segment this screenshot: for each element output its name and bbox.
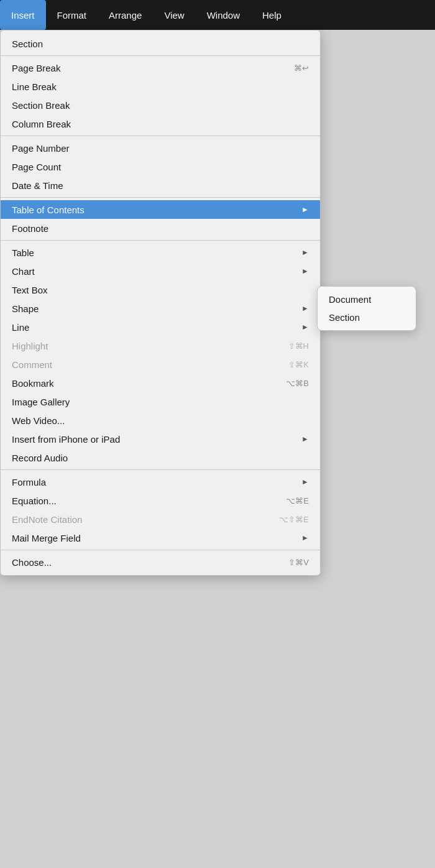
menu-item-record-audio[interactable]: Record Audio bbox=[1, 448, 320, 467]
menu-item-page-break[interactable]: Page Break ⌘↩ bbox=[1, 58, 320, 77]
separator-3 bbox=[1, 197, 320, 198]
separator-1 bbox=[1, 55, 320, 56]
menu-item-column-break[interactable]: Column Break bbox=[1, 114, 320, 133]
chevron-right-icon: ► bbox=[301, 323, 309, 331]
menu-item-shape[interactable]: Shape ► bbox=[1, 299, 320, 318]
menu-item-chart[interactable]: Chart ► bbox=[1, 262, 320, 280]
menu-item-image-gallery[interactable]: Image Gallery bbox=[1, 392, 320, 411]
separator-5 bbox=[1, 469, 320, 470]
menu-item-equation[interactable]: Equation... ⌥⌘E bbox=[1, 491, 320, 510]
menu-item-formula[interactable]: Formula ► bbox=[1, 473, 320, 491]
table-of-contents-submenu: Document Section bbox=[317, 286, 416, 331]
menu-item-footnote[interactable]: Footnote bbox=[1, 219, 320, 238]
menu-item-line-break[interactable]: Line Break bbox=[1, 77, 320, 96]
chevron-right-icon: ► bbox=[301, 267, 309, 275]
chevron-right-icon: ► bbox=[301, 205, 309, 214]
menubar-format[interactable]: Format bbox=[46, 0, 98, 30]
chevron-right-icon: ► bbox=[301, 304, 309, 313]
menubar-insert[interactable]: Insert bbox=[0, 0, 46, 30]
menu-item-table[interactable]: Table ► bbox=[1, 243, 320, 262]
menu-item-web-video[interactable]: Web Video... bbox=[1, 411, 320, 430]
menu-item-highlight: Highlight ⇧⌘H bbox=[1, 336, 320, 355]
chevron-right-icon: ► bbox=[301, 435, 309, 443]
chevron-right-icon: ► bbox=[301, 478, 309, 486]
menu-item-page-number[interactable]: Page Number bbox=[1, 139, 320, 157]
separator-6 bbox=[1, 550, 320, 550]
menubar-view[interactable]: View bbox=[153, 0, 195, 30]
menu-item-mail-merge-field[interactable]: Mail Merge Field ► bbox=[1, 529, 320, 547]
menu-item-endnote-citation: EndNote Citation ⌥⇧⌘E bbox=[1, 510, 320, 529]
menubar-window[interactable]: Window bbox=[196, 0, 251, 30]
chevron-right-icon: ► bbox=[301, 248, 309, 257]
menu-item-section[interactable]: Section bbox=[1, 34, 320, 53]
menubar: Insert Format Arrange View Window Help bbox=[0, 0, 435, 30]
submenu-item-document[interactable]: Document bbox=[318, 290, 416, 308]
menu-item-line[interactable]: Line ► bbox=[1, 318, 320, 336]
menu-item-date-time[interactable]: Date & Time bbox=[1, 176, 320, 195]
menu-item-choose[interactable]: Choose... ⇧⌘V bbox=[1, 553, 320, 571]
separator-4 bbox=[1, 240, 320, 241]
menu-item-bookmark[interactable]: Bookmark ⌥⌘B bbox=[1, 374, 320, 392]
menubar-help[interactable]: Help bbox=[251, 0, 293, 30]
menu-item-insert-iphone-ipad[interactable]: Insert from iPhone or iPad ► bbox=[1, 430, 320, 448]
menu-item-page-count[interactable]: Page Count bbox=[1, 157, 320, 176]
menubar-arrange[interactable]: Arrange bbox=[98, 0, 153, 30]
menu-item-comment: Comment ⇧⌘K bbox=[1, 355, 320, 374]
menu-item-section-break[interactable]: Section Break bbox=[1, 96, 320, 114]
separator-2 bbox=[1, 136, 320, 136]
menu-item-table-of-contents[interactable]: Table of Contents ► bbox=[1, 200, 320, 219]
menu-item-text-box[interactable]: Text Box bbox=[1, 280, 320, 299]
chevron-right-icon: ► bbox=[301, 533, 309, 542]
submenu-item-section[interactable]: Section bbox=[318, 308, 416, 326]
insert-menu: Section Page Break ⌘↩ Line Break Section… bbox=[0, 30, 321, 576]
